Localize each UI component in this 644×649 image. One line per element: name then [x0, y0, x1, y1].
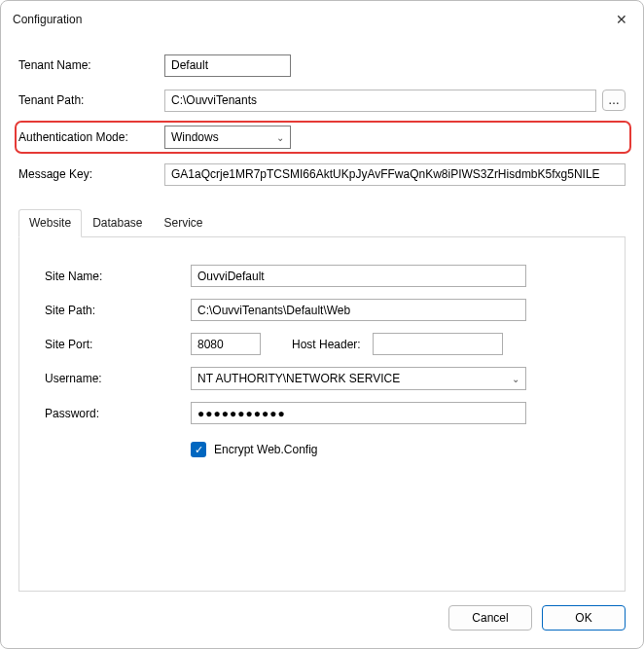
tenant-path-label: Tenant Path: [18, 93, 164, 107]
message-key-row: Message Key: [18, 162, 626, 186]
username-select[interactable]: NT AUTHORITY\NETWORK SERVICE ⌄ [191, 367, 526, 390]
tenant-path-row: Tenant Path: … [18, 89, 626, 112]
close-button[interactable]: ✕ [610, 8, 633, 31]
tabpanel-website: Site Name: Site Path: Site Port: Host He… [18, 236, 626, 592]
ok-button[interactable]: OK [542, 605, 626, 631]
tab-database-label: Database [92, 216, 142, 230]
tab-website[interactable]: Website [18, 209, 82, 237]
check-icon: ✓ [195, 444, 203, 456]
tabs: Website Database Service Site Name: Site… [18, 209, 626, 592]
username-label: Username: [45, 372, 191, 385]
tab-database[interactable]: Database [82, 209, 153, 237]
host-header-input[interactable] [373, 333, 503, 355]
site-name-label: Site Name: [45, 270, 191, 283]
site-name-input[interactable] [191, 265, 526, 287]
ok-button-label: OK [575, 611, 591, 625]
auth-mode-select[interactable]: Windows ⌄ [164, 126, 291, 149]
password-input[interactable] [191, 402, 526, 424]
tab-service[interactable]: Service [154, 209, 214, 237]
encrypt-label: Encrypt Web.Config [214, 443, 318, 456]
password-row: Password: [45, 402, 615, 424]
dialog-footer: Cancel OK [1, 592, 643, 648]
tenant-path-input[interactable] [164, 90, 596, 112]
site-path-row: Site Path: [45, 299, 615, 321]
encrypt-checkbox[interactable]: ✓ [191, 442, 206, 457]
site-name-row: Site Name: [45, 265, 615, 287]
username-value: NT AUTHORITY\NETWORK SERVICE [197, 372, 400, 385]
ellipsis-icon: … [608, 93, 620, 107]
browse-button[interactable]: … [602, 90, 626, 111]
message-key-input[interactable] [164, 163, 626, 186]
site-port-row: Site Port: Host Header: [45, 333, 615, 355]
site-port-label: Site Port: [45, 338, 191, 351]
site-path-label: Site Path: [45, 304, 191, 317]
cancel-button-label: Cancel [472, 611, 508, 625]
titlebar: Configuration ✕ [1, 1, 643, 38]
site-path-input [191, 299, 526, 321]
auth-mode-row-highlight: Authentication Mode: Windows ⌄ [15, 121, 631, 154]
username-row: Username: NT AUTHORITY\NETWORK SERVICE ⌄ [45, 367, 615, 390]
cancel-button[interactable]: Cancel [448, 605, 532, 631]
encrypt-row: ✓ Encrypt Web.Config [191, 442, 615, 457]
tab-website-label: Website [29, 216, 71, 230]
close-icon: ✕ [616, 12, 627, 27]
chevron-down-icon: ⌄ [512, 374, 519, 384]
tenant-name-input[interactable] [164, 54, 291, 77]
window-title: Configuration [13, 13, 82, 26]
configuration-dialog: Configuration ✕ Tenant Name: Tenant Path… [0, 0, 644, 649]
tabstrip: Website Database Service [18, 209, 626, 237]
auth-mode-value: Windows [171, 130, 219, 144]
chevron-down-icon: ⌄ [276, 132, 284, 143]
message-key-label: Message Key: [18, 167, 164, 181]
tab-service-label: Service [164, 216, 203, 230]
dialog-body: Tenant Name: Tenant Path: … Authenticati… [1, 38, 643, 592]
tenant-name-label: Tenant Name: [18, 58, 164, 72]
site-port-input[interactable] [191, 333, 261, 355]
tenant-name-row: Tenant Name: [18, 54, 626, 77]
password-label: Password: [45, 407, 191, 420]
host-header-label: Host Header: [292, 338, 361, 351]
auth-mode-label: Authentication Mode: [18, 130, 164, 144]
